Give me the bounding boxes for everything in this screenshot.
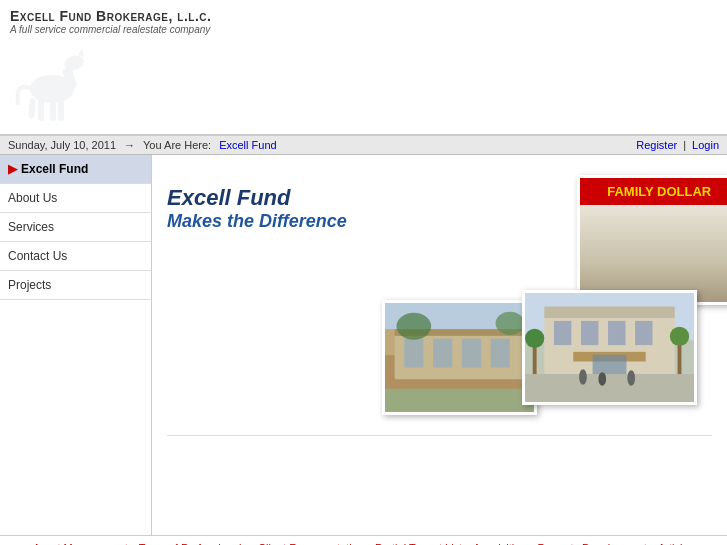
svg-rect-12 [404,339,423,368]
content-separator [167,435,712,436]
family-dollar-label: FAMILY DOLLAR [607,184,711,199]
sidebar-item-services[interactable]: Services [0,213,151,242]
company-name: Excell Fund Brokerage, l.l.c. [10,8,211,24]
svg-rect-7 [28,98,36,118]
svg-rect-27 [635,321,652,345]
navbar-date: Sunday, July 10, 2011 [8,139,116,151]
navbar-separator: | [683,139,686,151]
navbar-breadcrumb-link[interactable]: Excell Fund [219,139,276,151]
hero-title: Excell Fund [167,185,347,211]
horse-icon [10,41,100,126]
photo-collage: FAMILY DOLLAR [362,175,727,415]
svg-rect-15 [490,339,509,368]
sidebar-item-contact-us[interactable]: Contact Us [0,242,151,271]
sidebar-item-label: Contact Us [8,249,67,263]
photo-shopping-center [382,300,537,415]
sidebar-item-label: About Us [8,191,57,205]
navbar: Sunday, July 10, 2011 → You Are Here: Ex… [0,136,727,155]
hero-text: Excell Fund Makes the Difference [167,175,347,232]
main-layout: ▶Excell FundAbout UsServicesContact UsPr… [0,155,727,535]
company-tagline: A full service commercial realestate com… [10,24,211,35]
svg-rect-25 [581,321,598,345]
photo-family-dollar: FAMILY DOLLAR [577,175,727,305]
navbar-arrow: → [124,139,135,151]
sidebar-item-label: Projects [8,278,51,292]
svg-rect-24 [554,321,571,345]
navbar-you-are-here: You Are Here: [143,139,211,151]
svg-rect-19 [385,389,534,413]
register-link[interactable]: Register [636,139,677,151]
header: Excell Fund Brokerage, l.l.c. A full ser… [0,0,727,136]
family-dollar-store-img: FAMILY DOLLAR [580,178,727,302]
navbar-right: Register | Login [636,139,719,151]
navbar-left: Sunday, July 10, 2011 → You Are Here: Ex… [8,139,277,151]
svg-rect-6 [38,99,44,121]
svg-point-33 [627,370,635,385]
content-area: Excell Fund Makes the Difference FAMILY … [152,155,727,535]
sidebar-item-label: Services [8,220,54,234]
logo-area: Excell Fund Brokerage, l.l.c. A full ser… [10,8,211,126]
svg-rect-29 [592,355,626,374]
sidebar-item-label: Excell Fund [21,162,88,176]
svg-rect-5 [50,101,56,121]
hero-subtitle: Makes the Difference [167,211,347,232]
svg-rect-30 [525,374,694,403]
footer-links: Asset Management Team of Professionals C… [0,535,727,545]
login-link[interactable]: Login [692,139,719,151]
svg-rect-23 [544,306,674,318]
svg-point-35 [525,329,544,348]
svg-point-17 [396,313,431,340]
photo-plaza [522,290,697,405]
sidebar-item-excell-fund[interactable]: ▶Excell Fund [0,155,151,184]
sidebar-item-about-us[interactable]: About Us [0,184,151,213]
svg-point-31 [579,369,587,384]
sidebar: ▶Excell FundAbout UsServicesContact UsPr… [0,155,152,535]
hero-section: Excell Fund Makes the Difference FAMILY … [167,165,712,425]
svg-rect-26 [608,321,625,345]
svg-rect-14 [462,339,481,368]
family-dollar-sign: FAMILY DOLLAR [580,178,727,205]
svg-point-18 [495,312,524,335]
svg-point-37 [670,327,689,346]
svg-rect-4 [58,99,64,121]
sidebar-bullet-icon: ▶ [8,162,17,176]
svg-marker-3 [78,49,84,57]
svg-rect-13 [433,339,452,368]
svg-point-32 [598,372,606,386]
sidebar-item-projects[interactable]: Projects [0,271,151,300]
